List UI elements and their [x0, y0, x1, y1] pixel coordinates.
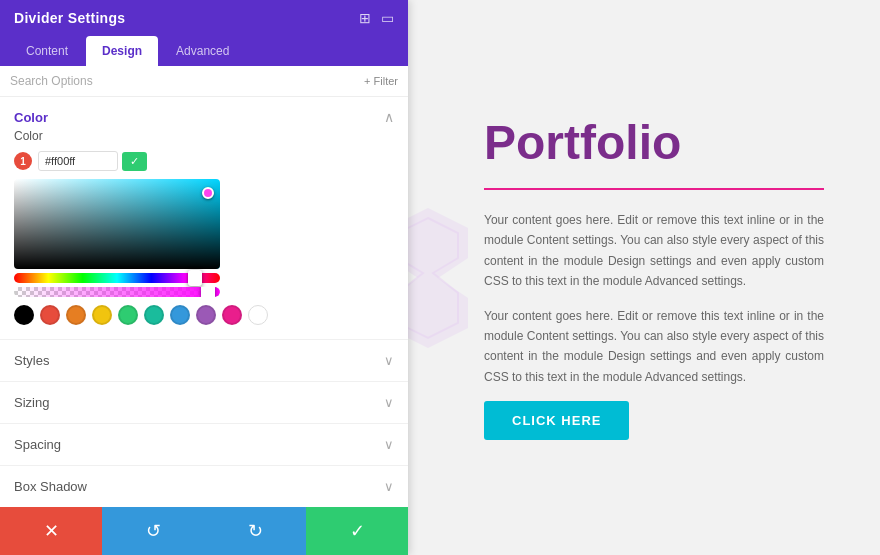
sizing-section: Sizing ∨: [0, 382, 408, 424]
spacing-section: Spacing ∨: [0, 424, 408, 466]
redo-button[interactable]: ↻: [204, 507, 306, 555]
cancel-button[interactable]: ✕: [0, 507, 102, 555]
styles-header[interactable]: Styles ∨: [0, 340, 408, 381]
preview-paragraph-1: Your content goes here. Edit or remove t…: [484, 210, 824, 292]
swatch-white[interactable]: [248, 305, 268, 325]
header-icons: ⊞ ▭: [359, 10, 394, 26]
search-bar: Search Options + Filter: [0, 66, 408, 97]
preview-content: Portfolio Your content goes here. Edit o…: [408, 75, 880, 480]
swatch-pink[interactable]: [222, 305, 242, 325]
sizing-title: Sizing: [14, 395, 49, 410]
spacing-header[interactable]: Spacing ∨: [0, 424, 408, 465]
swatch-red[interactable]: [40, 305, 60, 325]
sizing-chevron-icon: ∨: [384, 395, 394, 410]
color-section-title: Color: [14, 110, 48, 125]
tab-content[interactable]: Content: [10, 36, 84, 66]
box-shadow-section: Box Shadow ∨: [0, 466, 408, 507]
swatch-black[interactable]: [14, 305, 34, 325]
tab-advanced[interactable]: Advanced: [160, 36, 245, 66]
hex-confirm-button[interactable]: ✓: [122, 152, 147, 171]
panel-header: Divider Settings ⊞ ▭: [0, 0, 408, 36]
swatch-green[interactable]: [118, 305, 138, 325]
filter-button[interactable]: + Filter: [364, 75, 398, 87]
swatch-teal[interactable]: [144, 305, 164, 325]
divider-line: [484, 188, 824, 190]
save-button[interactable]: ✓: [306, 507, 408, 555]
opacity-thumb[interactable]: [201, 287, 215, 297]
search-placeholder[interactable]: Search Options: [10, 74, 93, 88]
spacing-chevron-icon: ∨: [384, 437, 394, 452]
color-section: Color ∧ Color 1 ✓: [0, 97, 408, 340]
styles-chevron-icon: ∨: [384, 353, 394, 368]
click-here-button[interactable]: CLICK HERE: [484, 401, 629, 440]
spacing-title: Spacing: [14, 437, 61, 452]
swatch-orange[interactable]: [66, 305, 86, 325]
box-shadow-chevron-icon: ∨: [384, 479, 394, 494]
step-badge: 1: [14, 152, 32, 170]
panel-title: Divider Settings: [14, 10, 125, 26]
hue-thumb[interactable]: [188, 270, 202, 286]
color-label: Color: [14, 129, 394, 143]
swatch-purple[interactable]: [196, 305, 216, 325]
box-shadow-header[interactable]: Box Shadow ∨: [0, 466, 408, 507]
preview-panel: Portfolio Your content goes here. Edit o…: [408, 0, 880, 555]
panel-tabs: Content Design Advanced: [0, 36, 408, 66]
opacity-slider[interactable]: [14, 287, 220, 297]
styles-section: Styles ∨: [0, 340, 408, 382]
sizing-header[interactable]: Sizing ∨: [0, 382, 408, 423]
tab-design[interactable]: Design: [86, 36, 158, 66]
color-chevron-up-icon: ∧: [384, 109, 394, 125]
swatch-yellow[interactable]: [92, 305, 112, 325]
panel-footer: ✕ ↺ ↻ ✓: [0, 507, 408, 555]
color-section-content: Color 1 ✓: [0, 129, 408, 339]
settings-panel: Divider Settings ⊞ ▭ Content Design Adva…: [0, 0, 408, 555]
styles-title: Styles: [14, 353, 49, 368]
panel-content: Color ∧ Color 1 ✓: [0, 97, 408, 507]
expand-icon[interactable]: ▭: [381, 10, 394, 26]
hex-input[interactable]: [38, 151, 118, 171]
gradient-canvas[interactable]: [14, 179, 220, 269]
color-swatches: [14, 305, 394, 325]
hue-slider[interactable]: [14, 273, 220, 283]
black-overlay: [14, 179, 220, 269]
color-gradient-area[interactable]: [14, 179, 220, 269]
color-section-header[interactable]: Color ∧: [0, 97, 408, 129]
opacity-gradient: [14, 287, 220, 297]
swatch-blue[interactable]: [170, 305, 190, 325]
preview-paragraph-2: Your content goes here. Edit or remove t…: [484, 306, 824, 388]
portfolio-title: Portfolio: [484, 115, 824, 170]
color-input-row: 1 ✓: [14, 151, 394, 171]
settings-icon[interactable]: ⊞: [359, 10, 371, 26]
undo-button[interactable]: ↺: [102, 507, 204, 555]
box-shadow-title: Box Shadow: [14, 479, 87, 494]
